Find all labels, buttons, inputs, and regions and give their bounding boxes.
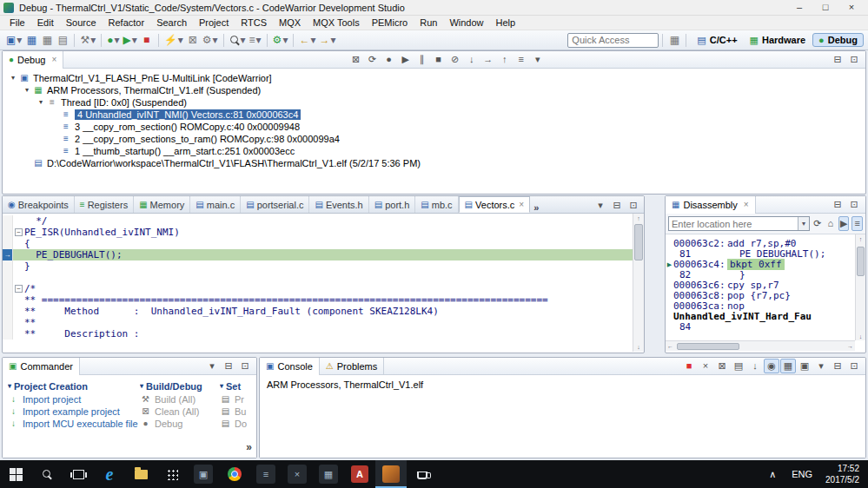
menu-project[interactable]: Project bbox=[193, 16, 235, 29]
perspective-debug-button[interactable]: Debug bbox=[812, 33, 864, 47]
location-input[interactable] bbox=[669, 219, 798, 229]
combo-dropdown-icon[interactable] bbox=[798, 217, 809, 230]
clear-console-icon[interactable] bbox=[731, 359, 746, 373]
pinned-app-5-button[interactable] bbox=[407, 460, 438, 488]
menu-rtcs[interactable]: RTCS bbox=[235, 16, 273, 29]
external-tools-icon[interactable] bbox=[271, 31, 290, 49]
scroll-up-icon[interactable] bbox=[633, 214, 644, 223]
import-mcu-executable-link[interactable]: Import MCU executable file bbox=[8, 418, 140, 430]
code-editor[interactable]: */ PE_ISR(Unhandled_ivINT_NMI) { PE_DEBU… bbox=[3, 214, 644, 352]
maximize-pane-icon[interactable] bbox=[626, 198, 641, 213]
step-return-icon[interactable] bbox=[497, 52, 513, 67]
build-all-link[interactable]: Build (All) bbox=[140, 393, 220, 406]
pin-console-icon[interactable] bbox=[764, 359, 779, 373]
debug-icon[interactable] bbox=[105, 31, 121, 49]
minimize-pane-icon[interactable] bbox=[830, 359, 845, 373]
tab-registers[interactable]: Registers bbox=[75, 196, 134, 213]
clean-all-link[interactable]: Clean (All) bbox=[140, 406, 220, 418]
instruction-stepping-icon[interactable] bbox=[514, 52, 529, 67]
editor-ruler[interactable] bbox=[3, 260, 13, 272]
annotations-icon[interactable] bbox=[248, 31, 263, 49]
maximize-pane-icon[interactable] bbox=[237, 359, 253, 373]
menu-window[interactable]: Window bbox=[443, 16, 489, 29]
restart-icon[interactable] bbox=[365, 52, 381, 67]
disasm-source-line[interactable]: 81PE_DEBUGHALT(); bbox=[666, 248, 865, 259]
disasm-line[interactable]: 000063c2:add r7,sp,#0 bbox=[666, 238, 865, 248]
codewarrior-taskbar-button[interactable] bbox=[375, 460, 407, 488]
import-project-link[interactable]: Import project bbox=[8, 393, 140, 406]
scrollbar-thumb[interactable] bbox=[634, 224, 643, 260]
pinned-app-2-button[interactable] bbox=[250, 460, 282, 488]
minimize-pane-icon[interactable] bbox=[609, 198, 625, 213]
tab-breakpoints[interactable]: Breakpoints bbox=[3, 196, 75, 213]
tree-item-stack-frame-2[interactable]: 2 __copy_rom_sections_to_ram() ROMCopy.c… bbox=[4, 133, 865, 145]
tree-item-stack-frame-1[interactable]: 1 __thumb_startup() __arm_start.c:251 0x… bbox=[4, 145, 865, 157]
pdf-reader-button[interactable] bbox=[344, 460, 375, 488]
editor-ruler[interactable] bbox=[3, 283, 13, 294]
scrollbar-thumb[interactable] bbox=[677, 343, 739, 350]
tree-item-processor[interactable]: ARM Processors, ThermalCtrl_V1.elf (Susp… bbox=[4, 84, 865, 96]
tree-item-stack-frame-4[interactable]: 4 Unhandled_ivINT_NMI() Vectors.c:81 0x0… bbox=[4, 109, 865, 121]
save-icon[interactable] bbox=[23, 31, 39, 49]
menu-refactor[interactable]: Refactor bbox=[103, 16, 151, 29]
stop-icon[interactable] bbox=[139, 31, 155, 49]
taskbar-search-button[interactable] bbox=[31, 460, 63, 488]
menu-run[interactable]: Run bbox=[414, 16, 443, 29]
editor-ruler[interactable] bbox=[3, 215, 13, 227]
view-menu-icon[interactable] bbox=[813, 359, 829, 373]
refresh-icon[interactable] bbox=[812, 216, 823, 231]
pinned-app-3-button[interactable] bbox=[282, 460, 313, 488]
disasm-current-line[interactable]: 000063c4:bkpt 0xff bbox=[666, 259, 865, 269]
tab-disassembly[interactable]: Disassembly bbox=[666, 196, 756, 214]
remove-all-launches-icon[interactable] bbox=[714, 359, 730, 373]
quick-access-input[interactable] bbox=[567, 33, 659, 48]
start-button[interactable] bbox=[0, 460, 31, 488]
minimize-pane-icon[interactable] bbox=[221, 359, 236, 373]
section-header[interactable]: Build/Debug bbox=[140, 379, 220, 393]
tab-commander[interactable]: Commander bbox=[3, 358, 80, 375]
editor-ruler[interactable] bbox=[3, 227, 13, 238]
scrollbar-thumb[interactable] bbox=[857, 247, 865, 276]
window-maximize-button[interactable] bbox=[812, 1, 838, 15]
close-icon[interactable] bbox=[519, 201, 524, 209]
maximize-pane-icon[interactable] bbox=[846, 197, 862, 212]
section-header[interactable]: Set bbox=[220, 379, 255, 393]
resume-icon[interactable] bbox=[398, 52, 414, 67]
tree-item-thread[interactable]: Thread [ID: 0x0] (Suspended) bbox=[4, 96, 865, 109]
tree-item-elf-file[interactable]: D:\CodeWarrior\workspace\ThermalCtrl_V1\… bbox=[4, 157, 865, 169]
expander-icon[interactable] bbox=[22, 87, 32, 94]
codewarrior-app-icon[interactable] bbox=[3, 3, 14, 13]
editor-vertical-scrollbar[interactable] bbox=[633, 214, 644, 352]
instruction-pointer-icon[interactable] bbox=[3, 249, 13, 260]
import-example-project-link[interactable]: Import example project bbox=[8, 406, 140, 418]
tab-port-h[interactable]: port.h bbox=[369, 196, 416, 213]
pinned-app-4-button[interactable] bbox=[313, 460, 344, 488]
tab-console[interactable]: Console bbox=[260, 358, 320, 375]
disasm-source-line[interactable]: 84 bbox=[666, 321, 865, 332]
step-over-icon[interactable] bbox=[480, 52, 496, 67]
view-menu-icon[interactable] bbox=[204, 359, 220, 373]
menu-pemicro[interactable]: PEMicro bbox=[366, 16, 414, 29]
disassembly-content[interactable]: 000063c2:add r7,sp,#0 81PE_DEBUGHALT(); … bbox=[666, 234, 865, 351]
tab-memory[interactable]: Memory bbox=[134, 196, 190, 213]
settings-link[interactable]: Do bbox=[220, 418, 255, 430]
new-icon[interactable] bbox=[4, 31, 23, 49]
tab-mb-c[interactable]: mb.c bbox=[415, 196, 458, 213]
view-menu-icon[interactable] bbox=[593, 198, 608, 213]
menu-edit[interactable]: Edit bbox=[31, 16, 60, 29]
tab-portserial-c[interactable]: portserial.c bbox=[241, 196, 309, 213]
minimize-pane-icon[interactable] bbox=[830, 52, 845, 67]
tab-vectors-c[interactable]: Vectors.c bbox=[459, 196, 531, 213]
fold-collapse-icon[interactable] bbox=[15, 285, 23, 293]
minimize-pane-icon[interactable] bbox=[830, 197, 845, 212]
fold-collapse-icon[interactable] bbox=[15, 228, 23, 236]
commander-more-chevron[interactable]: » bbox=[246, 441, 252, 453]
scroll-down-icon[interactable] bbox=[633, 342, 644, 352]
menu-help[interactable]: Help bbox=[490, 16, 522, 29]
editor-ruler[interactable] bbox=[3, 238, 13, 249]
flash-programmer-icon[interactable] bbox=[162, 31, 185, 49]
disasm-line[interactable]: 000063c6:cpy sp,r7 bbox=[666, 280, 865, 290]
tray-overflow-icon[interactable] bbox=[761, 470, 784, 479]
terminate-icon[interactable] bbox=[681, 359, 697, 373]
editor-ruler[interactable] bbox=[3, 306, 13, 317]
